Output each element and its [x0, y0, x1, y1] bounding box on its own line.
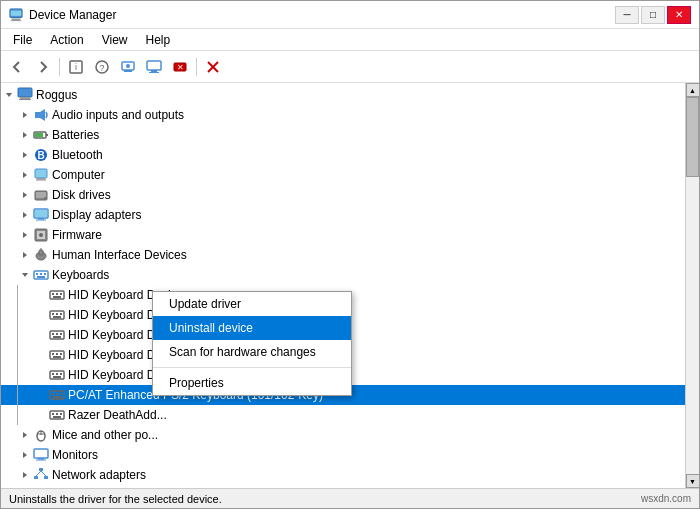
vertical-scrollbar[interactable]: ▲ ▼ — [685, 83, 699, 488]
expander-ports[interactable] — [17, 487, 33, 488]
svg-line-107 — [41, 471, 46, 476]
label-monitors: Monitors — [52, 448, 98, 462]
svg-text:i: i — [75, 62, 77, 72]
expander-pcat[interactable] — [33, 387, 49, 403]
close-button[interactable]: ✕ — [667, 6, 691, 24]
svg-rect-38 — [36, 192, 46, 198]
svg-text:✕: ✕ — [177, 63, 184, 72]
expander-network[interactable] — [17, 467, 33, 483]
tree-item-ports[interactable]: Ports (COM & LPT) — [1, 485, 685, 488]
expander-hid_kbd1[interactable] — [33, 287, 49, 303]
device-tree[interactable]: RoggusAudio inputs and outputsBatteriesB… — [1, 83, 685, 488]
icon-batteries — [33, 127, 49, 143]
svg-rect-51 — [39, 250, 43, 255]
tree-indent — [17, 365, 33, 385]
expander-hid[interactable] — [17, 247, 33, 263]
svg-rect-9 — [124, 70, 132, 72]
expander-hid_kbd2[interactable] — [33, 307, 49, 323]
tree-indent — [17, 385, 33, 405]
label-firmware: Firmware — [52, 228, 102, 242]
expander-monitors[interactable] — [17, 447, 33, 463]
svg-point-48 — [39, 233, 43, 237]
scrollbar-thumb[interactable] — [686, 97, 699, 177]
icon-diskdrives — [33, 187, 49, 203]
expander-hid_kbd4[interactable] — [33, 347, 49, 363]
maximize-button[interactable]: □ — [641, 6, 665, 24]
icon-hid — [33, 247, 49, 263]
tree-item-keyboards[interactable]: Keyboards — [1, 265, 685, 285]
tree-item-displayadapters[interactable]: Display adapters — [1, 205, 685, 225]
tree-indent — [17, 285, 33, 305]
tree-item-mice[interactable]: Mice and other po... — [1, 425, 685, 445]
expander-firmware[interactable] — [17, 227, 33, 243]
tree-item-razer[interactable]: Razer DeathAdd... — [1, 405, 685, 425]
minimize-button[interactable]: ─ — [615, 6, 639, 24]
back-button[interactable] — [5, 55, 29, 79]
expander-audio[interactable] — [17, 107, 33, 123]
svg-rect-66 — [56, 313, 58, 315]
svg-rect-65 — [52, 313, 54, 315]
expander-bluetooth[interactable] — [17, 147, 33, 163]
expander-hid_kbd3[interactable] — [33, 327, 49, 343]
context-menu-scan[interactable]: Scan for hardware changes — [153, 340, 351, 364]
svg-rect-93 — [53, 416, 61, 418]
monitor-button[interactable] — [142, 55, 166, 79]
svg-marker-102 — [23, 472, 27, 478]
expander-computer[interactable] — [17, 167, 33, 183]
tree-item-batteries[interactable]: Batteries — [1, 125, 685, 145]
menu-file[interactable]: File — [5, 31, 40, 49]
svg-rect-61 — [56, 293, 58, 295]
svg-marker-24 — [40, 109, 45, 121]
forward-button[interactable] — [31, 55, 55, 79]
context-menu-update[interactable]: Update driver — [153, 292, 351, 316]
context-menu-uninstall[interactable]: Uninstall device — [153, 316, 351, 340]
svg-rect-55 — [36, 273, 38, 275]
menu-action[interactable]: Action — [42, 31, 91, 49]
svg-rect-62 — [60, 293, 62, 295]
tree-item-bluetooth[interactable]: BBluetooth — [1, 145, 685, 165]
svg-marker-18 — [6, 93, 12, 97]
expander-diskdrives[interactable] — [17, 187, 33, 203]
tree-item-diskdrives[interactable]: Disk drives — [1, 185, 685, 205]
expander-batteries[interactable] — [17, 127, 33, 143]
tree-item-audio[interactable]: Audio inputs and outputs — [1, 105, 685, 125]
svg-point-39 — [44, 197, 46, 199]
expander-roggus[interactable] — [1, 87, 17, 103]
content-area: RoggusAudio inputs and outputsBatteriesB… — [1, 83, 699, 488]
svg-text:?: ? — [99, 63, 104, 73]
svg-rect-43 — [36, 220, 46, 221]
toolbar: i ? ✕ — [1, 51, 699, 83]
svg-rect-88 — [53, 396, 61, 398]
tree-item-monitors[interactable]: Monitors — [1, 445, 685, 465]
tree-indent — [17, 405, 33, 425]
expander-hid_kbd5[interactable] — [33, 367, 49, 383]
scroll-up-button[interactable]: ▲ — [686, 83, 700, 97]
icon-razer — [49, 407, 65, 423]
tree-item-network[interactable]: Network adapters — [1, 465, 685, 485]
svg-rect-20 — [20, 97, 30, 99]
svg-rect-100 — [38, 458, 44, 460]
tree-item-roggus[interactable]: Roggus — [1, 85, 685, 105]
close-toolbar-button[interactable] — [201, 55, 225, 79]
expander-razer[interactable] — [33, 407, 49, 423]
scan-hardware-button[interactable] — [116, 55, 140, 79]
tree-item-firmware[interactable]: Firmware — [1, 225, 685, 245]
icon-ports — [33, 487, 49, 488]
expander-keyboards[interactable] — [17, 267, 33, 283]
svg-rect-90 — [52, 413, 54, 415]
uninstall-button[interactable]: ✕ — [168, 55, 192, 79]
icon-monitors — [33, 447, 49, 463]
menu-view[interactable]: View — [94, 31, 136, 49]
menu-help[interactable]: Help — [138, 31, 179, 49]
scroll-down-button[interactable]: ▼ — [686, 474, 700, 488]
context-menu-properties[interactable]: Properties — [153, 371, 351, 395]
expander-displayadapters[interactable] — [17, 207, 33, 223]
properties-button[interactable]: i — [64, 55, 88, 79]
help-button[interactable]: ? — [90, 55, 114, 79]
label-audio: Audio inputs and outputs — [52, 108, 184, 122]
svg-rect-76 — [56, 353, 58, 355]
tree-item-computer[interactable]: Computer — [1, 165, 685, 185]
expander-mice[interactable] — [17, 427, 33, 443]
tree-item-hid[interactable]: Human Interface Devices — [1, 245, 685, 265]
svg-rect-85 — [52, 393, 54, 395]
